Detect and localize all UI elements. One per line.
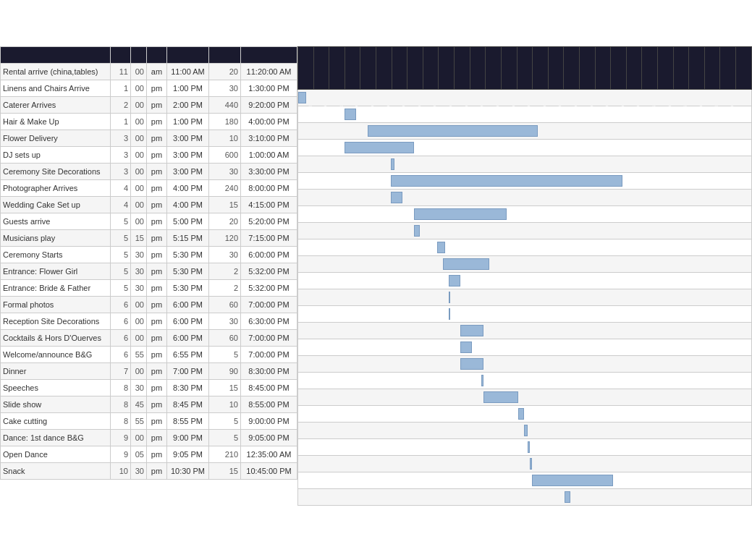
- item-hour: 4: [111, 197, 131, 213]
- item-ampm: pm: [147, 363, 167, 380]
- item-duration: 90: [209, 363, 241, 380]
- gantt-bar: [414, 225, 420, 237]
- item-time: 1:00 PM: [167, 80, 209, 97]
- gantt-cell: [298, 156, 752, 173]
- gantt-bar: [460, 325, 483, 336]
- item-hour: 9: [111, 430, 131, 446]
- item-min: 55: [131, 347, 147, 363]
- item-name: Slide show: [1, 396, 111, 413]
- col-header-endtime: [241, 47, 297, 64]
- gantt-bar: [532, 475, 613, 486]
- item-time: 5:30 PM: [167, 247, 209, 263]
- gantt-cell: [298, 489, 752, 506]
- gantt-row: [298, 323, 752, 339]
- item-ampm: pm: [147, 263, 167, 280]
- gantt-cell: [298, 373, 752, 389]
- item-endtime: 7:15:00 PM: [241, 230, 297, 247]
- item-min: 00: [131, 213, 147, 230]
- item-hour: 5: [111, 247, 131, 263]
- item-endtime: 3:30:00 PM: [241, 164, 297, 180]
- gantt-cell: [298, 356, 752, 373]
- item-ampm: pm: [147, 280, 167, 297]
- item-endtime: 1:30:00 PM: [241, 80, 297, 97]
- item-ampm: pm: [147, 313, 167, 330]
- item-ampm: pm: [147, 347, 167, 363]
- table-row: Caterer Arrives 2 00 pm 2:00 PM 440 9:20…: [1, 97, 297, 114]
- gantt-bar: [449, 275, 460, 287]
- item-duration: 10: [209, 396, 241, 413]
- gantt-cell: [298, 273, 752, 289]
- item-time: 6:55 PM: [167, 347, 209, 363]
- item-hour: 6: [111, 313, 131, 330]
- gantt-bar: [530, 458, 532, 470]
- gantt-bar: [481, 375, 483, 386]
- item-ampm: pm: [147, 130, 167, 147]
- gantt-row: [298, 256, 752, 273]
- gantt-row: [298, 173, 752, 190]
- table-row: Flower Delivery 3 00 pm 3:00 PM 10 3:10:…: [1, 130, 297, 147]
- table-row: Guests arrive 5 00 pm 5:00 PM 20 5:20:00…: [1, 213, 297, 230]
- gantt-cell: [298, 289, 752, 306]
- gantt-row: [298, 206, 752, 223]
- item-name: Reception Site Decorations: [1, 313, 111, 330]
- main-container: Rental arrive (china,tables) 11 00 am 11…: [0, 46, 752, 506]
- table-row: Open Dance 9 05 pm 9:05 PM 210 12:35:00 …: [1, 446, 297, 463]
- item-ampm: pm: [147, 147, 167, 164]
- item-endtime: 7:00:00 PM: [241, 330, 297, 347]
- item-time: 3:00 PM: [167, 130, 209, 147]
- item-duration: 180: [209, 114, 241, 130]
- item-endtime: 10:45:00 PM: [241, 463, 297, 480]
- item-time: 4:00 PM: [167, 197, 209, 213]
- item-hour: 2: [111, 97, 131, 114]
- table-row: Welcome/announce B&G 6 55 pm 6:55 PM 5 7…: [1, 347, 297, 363]
- item-ampm: pm: [147, 463, 167, 480]
- item-duration: 60: [209, 297, 241, 313]
- col-header-hour: [111, 47, 131, 64]
- item-time: 2:00 PM: [167, 97, 209, 114]
- gantt-cell: [298, 223, 752, 239]
- item-time: 9:05 PM: [167, 446, 209, 463]
- item-hour: 1: [111, 114, 131, 130]
- gantt-row: [298, 423, 752, 439]
- item-min: 00: [131, 363, 147, 380]
- table-row: Slide show 8 45 pm 8:45 PM 10 8:55:00 PM: [1, 396, 297, 413]
- item-name: Caterer Arrives: [1, 97, 111, 114]
- item-duration: 440: [209, 97, 241, 114]
- item-name: Open Dance: [1, 446, 111, 463]
- gantt-row: [298, 406, 752, 423]
- gantt-row: [298, 90, 752, 106]
- item-hour: 6: [111, 347, 131, 363]
- gantt-bar: [460, 341, 472, 353]
- item-min: 00: [131, 197, 147, 213]
- item-name: Flower Delivery: [1, 130, 111, 147]
- item-hour: 5: [111, 263, 131, 280]
- table-row: Linens and Chairs Arrive 1 00 pm 1:00 PM…: [1, 80, 297, 97]
- table-row: Rental arrive (china,tables) 11 00 am 11…: [1, 64, 297, 80]
- item-time: 8:55 PM: [167, 413, 209, 430]
- gantt-row: [298, 140, 752, 156]
- item-name: Cocktails & Hors D'Ouerves: [1, 330, 111, 347]
- item-time: 5:30 PM: [167, 280, 209, 297]
- item-duration: 30: [209, 313, 241, 330]
- item-duration: 20: [209, 64, 241, 80]
- table-row: Entrance: Flower Girl 5 30 pm 5:30 PM 2 …: [1, 263, 297, 280]
- item-duration: 60: [209, 330, 241, 347]
- item-ampm: pm: [147, 330, 167, 347]
- table-row: Dinner 7 00 pm 7:00 PM 90 8:30:00 PM: [1, 363, 297, 380]
- table-row: DJ sets up 3 00 pm 3:00 PM 600 1:00:00 A…: [1, 147, 297, 164]
- item-name: Linens and Chairs Arrive: [1, 80, 111, 97]
- gantt-chart: 11:00 AM11:30 AM12:00 PM12:30 PM1:00 PM1…: [297, 46, 752, 506]
- gantt-cell: [298, 439, 752, 456]
- item-time: 8:30 PM: [167, 380, 209, 396]
- gantt-cell: [298, 206, 752, 223]
- item-duration: 5: [209, 430, 241, 446]
- table-row: Speeches 8 30 pm 8:30 PM 15 8:45:00 PM: [1, 380, 297, 396]
- col-header-item: [1, 47, 111, 64]
- item-endtime: 8:00:00 PM: [241, 180, 297, 197]
- item-hour: 4: [111, 180, 131, 197]
- item-ampm: pm: [147, 164, 167, 180]
- item-duration: 5: [209, 347, 241, 363]
- item-duration: 10: [209, 130, 241, 147]
- gantt-cell: [298, 190, 752, 206]
- item-min: 00: [131, 180, 147, 197]
